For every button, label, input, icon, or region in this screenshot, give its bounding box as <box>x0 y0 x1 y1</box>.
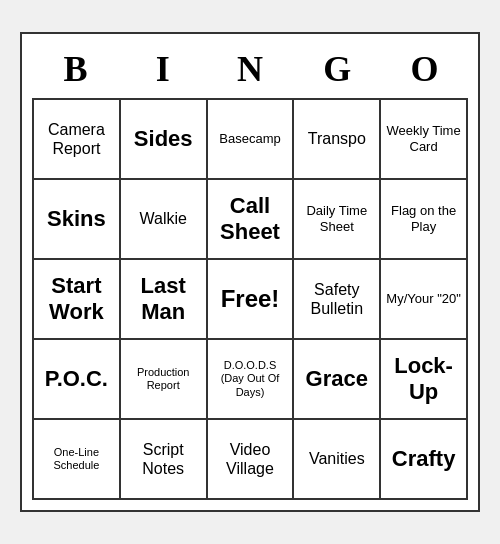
bingo-cell: One-Line Schedule <box>34 420 121 500</box>
bingo-cell-text: D.O.O.D.S (Day Out Of Days) <box>212 359 289 399</box>
bingo-cell: Production Report <box>121 340 208 420</box>
header-letter: G <box>294 44 381 94</box>
bingo-grid: Camera ReportSidesBasecampTranspoWeekly … <box>32 98 468 500</box>
bingo-header: BINGO <box>32 44 468 94</box>
bingo-cell-text: Basecamp <box>219 131 280 147</box>
bingo-cell-text: Weekly Time Card <box>385 123 462 154</box>
bingo-cell: Camera Report <box>34 100 121 180</box>
bingo-cell: Script Notes <box>121 420 208 500</box>
bingo-cell: Lock-Up <box>381 340 468 420</box>
bingo-cell-text: P.O.C. <box>45 366 108 392</box>
bingo-cell-text: Video Village <box>212 440 289 478</box>
header-letter: O <box>381 44 468 94</box>
header-letter: I <box>119 44 206 94</box>
bingo-cell: Basecamp <box>208 100 295 180</box>
bingo-cell-text: Lock-Up <box>385 353 462 406</box>
bingo-cell-text: Camera Report <box>38 120 115 158</box>
bingo-cell: Walkie <box>121 180 208 260</box>
bingo-cell-text: Vanities <box>309 449 365 468</box>
bingo-cell: Safety Bulletin <box>294 260 381 340</box>
bingo-cell: Free! <box>208 260 295 340</box>
bingo-cell-text: Sides <box>134 126 193 152</box>
bingo-cell-text: Flag on the Play <box>385 203 462 234</box>
bingo-cell-text: Grace <box>306 366 368 392</box>
bingo-cell-text: Free! <box>221 285 280 314</box>
bingo-cell: Weekly Time Card <box>381 100 468 180</box>
bingo-cell: Last Man <box>121 260 208 340</box>
bingo-cell: Start Work <box>34 260 121 340</box>
bingo-cell-text: Last Man <box>125 273 202 326</box>
bingo-cell-text: My/Your "20" <box>386 291 461 307</box>
bingo-cell: Skins <box>34 180 121 260</box>
bingo-cell: My/Your "20" <box>381 260 468 340</box>
bingo-cell-text: Start Work <box>38 273 115 326</box>
bingo-card: BINGO Camera ReportSidesBasecampTranspoW… <box>20 32 480 512</box>
bingo-cell-text: Call Sheet <box>212 193 289 246</box>
header-letter: B <box>32 44 119 94</box>
bingo-cell-text: Production Report <box>125 366 202 392</box>
bingo-cell-text: One-Line Schedule <box>38 446 115 472</box>
bingo-cell: Grace <box>294 340 381 420</box>
bingo-cell: Call Sheet <box>208 180 295 260</box>
bingo-cell-text: Skins <box>47 206 106 232</box>
bingo-cell: D.O.O.D.S (Day Out Of Days) <box>208 340 295 420</box>
bingo-cell-text: Transpo <box>308 129 366 148</box>
bingo-cell: Transpo <box>294 100 381 180</box>
bingo-cell-text: Crafty <box>392 446 456 472</box>
bingo-cell-text: Script Notes <box>125 440 202 478</box>
bingo-cell: Crafty <box>381 420 468 500</box>
bingo-cell-text: Daily Time Sheet <box>298 203 375 234</box>
bingo-cell: Video Village <box>208 420 295 500</box>
bingo-cell: Vanities <box>294 420 381 500</box>
bingo-cell: Flag on the Play <box>381 180 468 260</box>
bingo-cell-text: Safety Bulletin <box>298 280 375 318</box>
bingo-cell: P.O.C. <box>34 340 121 420</box>
bingo-cell: Sides <box>121 100 208 180</box>
bingo-cell-text: Walkie <box>139 209 186 228</box>
header-letter: N <box>206 44 293 94</box>
bingo-cell: Daily Time Sheet <box>294 180 381 260</box>
